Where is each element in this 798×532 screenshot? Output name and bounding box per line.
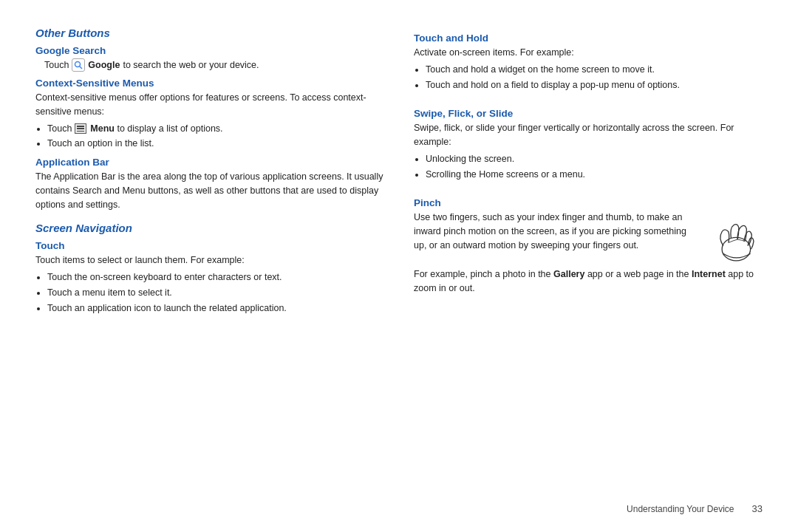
touch-and-hold-section: Touch and Hold Activate on-screen items.… — [414, 27, 763, 95]
pinch-text: Use two fingers, such as your index fing… — [414, 211, 695, 255]
bullet-item: Touch a menu item to select it. — [47, 286, 384, 300]
right-column: Touch and Hold Activate on-screen items.… — [414, 27, 763, 505]
touch-bullets: Touch the on-screen keyboard to enter ch… — [47, 270, 384, 315]
pinch-content: Use two fingers, such as your index fing… — [414, 211, 763, 267]
google-search-icon — [72, 58, 85, 72]
google-search-text-after: to search the web or your device. — [123, 60, 259, 70]
menu-icon — [75, 123, 86, 134]
swipe-flick-slide-heading: Swipe, Flick, or Slide — [414, 108, 763, 119]
application-bar-body: The Application Bar is the area along th… — [35, 170, 384, 211]
touch-body: Touch items to select or launch them. Fo… — [35, 253, 384, 267]
svg-line-1 — [80, 66, 83, 69]
menu-icon-container — [75, 123, 88, 134]
context-sensitive-bullets: Touch Menu to display a list of options.… — [47, 122, 384, 151]
bullet-item: Touch the on-screen keyboard to enter ch… — [47, 270, 384, 284]
context-sensitive-subsection: Context-Sensitive Menus Context-sensitiv… — [35, 78, 384, 151]
footer-page: 33 — [752, 503, 763, 514]
touch-and-hold-body: Activate on-screen items. For example: — [414, 46, 763, 60]
google-search-heading: Google Search — [35, 45, 384, 56]
pinch-body1: Use two fingers, such as your index fing… — [414, 211, 695, 252]
swipe-flick-slide-bullets: Unlocking the screen. Scrolling the Home… — [426, 152, 763, 182]
pinch-heading: Pinch — [414, 197, 763, 208]
google-search-line: Touch Google to search the web or your d… — [44, 58, 384, 72]
google-word: Google — [88, 60, 120, 70]
pinch-hand-illustration — [703, 214, 763, 267]
touch-label-google: Touch — [44, 60, 69, 70]
google-search-subsection: Google Search Touch Google to search the… — [35, 45, 384, 72]
other-buttons-section: Other Buttons Google Search Touch Google… — [35, 27, 384, 214]
touch-subsection: Touch Touch items to select or launch th… — [35, 240, 384, 315]
application-bar-heading: Application Bar — [35, 157, 384, 168]
page-container: Other Buttons Google Search Touch Google… — [0, 0, 798, 532]
left-column: Other Buttons Google Search Touch Google… — [35, 27, 384, 505]
bullet-item: Touch an option in the list. — [47, 137, 384, 151]
screen-navigation-section: Screen Navigation Touch Touch items to s… — [35, 222, 384, 318]
footer: Understanding Your Device 33 — [627, 503, 763, 514]
touch-heading: Touch — [35, 240, 384, 251]
svg-point-0 — [75, 62, 81, 67]
other-buttons-title: Other Buttons — [35, 27, 384, 39]
swipe-flick-slide-body: Swipe, flick, or slide your finger verti… — [414, 121, 763, 149]
bullet-item: Touch and hold on a field to display a p… — [426, 78, 763, 92]
bullet-item: Touch an application icon to launch the … — [47, 301, 384, 316]
touch-and-hold-heading: Touch and Hold — [414, 33, 763, 44]
context-sensitive-heading: Context-Sensitive Menus — [35, 78, 384, 89]
bullet-item: Unlocking the screen. — [426, 152, 763, 166]
screen-navigation-title: Screen Navigation — [35, 222, 384, 234]
swipe-flick-slide-section: Swipe, Flick, or Slide Swipe, flick, or … — [414, 102, 763, 184]
application-bar-subsection: Application Bar The Application Bar is t… — [35, 157, 384, 211]
bullet-item: Touch Menu to display a list of options. — [47, 122, 384, 136]
bullet-item: Touch and hold a widget on the home scre… — [426, 63, 763, 77]
svg-point-2 — [722, 238, 751, 262]
pinch-body2: For example, pinch a photo in the Galler… — [414, 267, 763, 296]
context-sensitive-body: Context-sensitive menus offer options fo… — [35, 91, 384, 119]
touch-and-hold-bullets: Touch and hold a widget on the home scre… — [426, 63, 763, 92]
bullet-item: Scrolling the Home screens or a menu. — [426, 168, 763, 182]
pinch-section: Pinch Use two fingers, such as your inde… — [414, 191, 763, 299]
footer-text: Understanding Your Device — [627, 504, 734, 514]
